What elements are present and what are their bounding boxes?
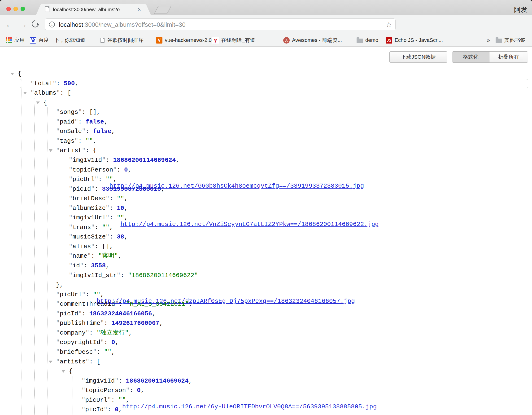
boolean-value: false: [86, 118, 104, 125]
number-value: 38: [117, 233, 124, 240]
json-row: publishTime: 1492617600007,: [0, 318, 532, 328]
collapse-arrow-icon[interactable]: [49, 149, 52, 152]
json-row: artists: [: [0, 357, 532, 367]
json-row: artist: {: [0, 146, 532, 155]
string-value: "": [102, 224, 109, 231]
json-key: img1v1Id_str: [69, 272, 120, 279]
json-punctuation: :: [120, 272, 128, 279]
json-row: albumSize: 10,: [0, 203, 532, 213]
json-punctuation: : [],: [95, 243, 113, 250]
json-key: paid: [56, 118, 78, 125]
json-row: alias: [],: [0, 242, 532, 251]
json-punctuation: :: [118, 377, 126, 385]
json-punctuation: ,: [141, 387, 144, 394]
json-punctuation: ,: [189, 300, 193, 308]
json-punctuation: :: [117, 166, 124, 174]
json-punctuation: :: [107, 406, 115, 413]
json-key: img1v1Id: [69, 157, 106, 164]
json-punctuation: ,: [111, 128, 115, 135]
collapse-arrow-icon[interactable]: [61, 370, 65, 373]
json-key: img1v1Url: [69, 214, 109, 221]
json-punctuation: ,: [109, 224, 113, 231]
json-punctuation: :: [78, 137, 86, 145]
json-punctuation: :: [104, 320, 111, 327]
json-row: {: [0, 367, 532, 376]
string-value: "http://p4.music.126.net/G6Gb8hsCk4h8oem…: [106, 176, 113, 183]
json-punctuation: :: [98, 176, 106, 183]
json-row: picId: 3391993372383015,: [0, 184, 532, 194]
json-key: topicPerson: [82, 387, 130, 394]
json-punctuation: :: [84, 262, 91, 269]
json-punctuation: :: [109, 195, 117, 202]
json-row: topicPerson: 0,: [0, 386, 532, 395]
json-punctuation: ,: [126, 396, 130, 404]
json-row: copyrightId: 0,: [0, 338, 532, 347]
json-view: {total: 500,albums: [{songs: [],paid: fa…: [0, 0, 532, 415]
json-row: name: "蒋明",: [0, 251, 532, 261]
json-punctuation: ,: [93, 137, 97, 145]
json-punctuation: :: [109, 205, 117, 212]
json-key: commentThreadId: [56, 300, 119, 308]
collapse-arrow-icon[interactable]: [36, 102, 40, 104]
string-value: "": [117, 195, 124, 202]
json-punctuation: :: [109, 214, 117, 221]
json-row: picUrl: "http://p4.music.126.net/dzpIARf…: [0, 290, 532, 299]
json-key: picUrl: [69, 176, 98, 183]
json-punctuation: ,: [124, 195, 128, 202]
json-row: topicPerson: 0,: [0, 165, 532, 175]
row-highlight: [20, 79, 528, 88]
string-value: "R_AL_3_35422011": [126, 300, 189, 308]
json-punctuation: ,: [104, 118, 108, 125]
json-key: topicPerson: [69, 166, 117, 174]
json-punctuation: ,: [129, 329, 133, 337]
json-row: company: "独立发行",: [0, 328, 532, 338]
number-value: 3558: [91, 262, 106, 269]
json-key: albums: [30, 89, 60, 97]
json-punctuation: },: [56, 281, 63, 289]
json-key: picId: [56, 310, 82, 317]
string-value: "独立发行": [97, 329, 129, 337]
string-value: "http://p4.music.126.net/dzpIARf0sEg_Dj7…: [93, 291, 100, 298]
json-row: trans: "",: [0, 223, 532, 232]
json-key: alias: [69, 243, 95, 250]
json-row: img1v1Id_str: "18686200114669622": [0, 271, 532, 280]
json-row: picUrl: "http://p4.music.126.net/G6Gb8hs…: [0, 175, 532, 184]
number-value: 0: [124, 166, 128, 174]
json-punctuation: {: [43, 99, 47, 106]
json-key: briefDesc: [56, 348, 97, 356]
string-value: "18686200114669622": [128, 272, 198, 279]
json-punctuation: ,: [124, 214, 128, 221]
json-row: total: 500,: [0, 79, 532, 88]
string-value: "": [104, 348, 111, 356]
json-key: publishTime: [56, 320, 104, 327]
json-punctuation: ,: [124, 205, 128, 212]
json-key: artists: [56, 358, 89, 365]
json-row: tags: "",: [0, 136, 532, 146]
collapse-arrow-icon[interactable]: [23, 92, 27, 94]
string-value: "http://p4.music.126.net/VnZiScyynLG7atL…: [117, 214, 124, 221]
collapse-arrow-icon[interactable]: [49, 361, 52, 363]
json-punctuation: ,: [189, 377, 192, 385]
json-key: briefDesc: [69, 195, 109, 202]
json-row: img1v1Url: "http://p4.music.126.net/VnZi…: [0, 213, 532, 223]
string-value: "http://p4.music.126.net/6y-UleORITEDbvr…: [118, 396, 126, 404]
json-punctuation: {: [69, 368, 73, 375]
json-key: albumSize: [69, 205, 109, 212]
json-row: id: 3558,: [0, 261, 532, 271]
json-punctuation: :: [104, 339, 111, 346]
number-value: 18686200114669624: [126, 377, 189, 385]
json-key: trans: [69, 224, 95, 231]
json-punctuation: :: [111, 396, 118, 404]
json-punctuation: : {: [86, 147, 97, 154]
number-value: 0: [137, 387, 141, 394]
json-key: copyrightId: [56, 339, 104, 346]
json-punctuation: ,: [113, 176, 117, 183]
collapse-arrow-icon[interactable]: [10, 73, 14, 75]
json-key: img1v1Id: [82, 377, 118, 385]
json-key: tags: [56, 137, 78, 145]
json-row: img1v1Id: 18686200114669624,: [0, 376, 532, 386]
json-punctuation: ,: [100, 291, 104, 298]
json-key: onSale: [56, 128, 86, 135]
json-row: picUrl: "http://p4.music.126.net/6y-UleO…: [0, 395, 532, 405]
json-key: picUrl: [82, 396, 111, 404]
